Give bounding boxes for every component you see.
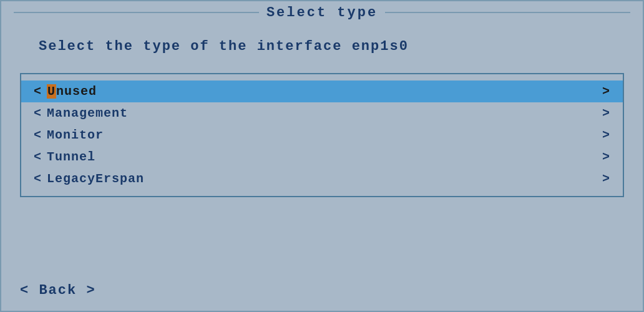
highlighted-char-unused: U — [47, 84, 56, 99]
back-label: < Back > — [20, 283, 96, 298]
title-bar: Select type — [1, 1, 643, 24]
item-label-monitor: Monitor — [47, 128, 602, 142]
page-title: Select type — [266, 5, 378, 21]
main-container: Select type Select the type of the inter… — [0, 0, 644, 312]
item-label-legacyerspan: LegacyErspan — [47, 172, 602, 186]
list-item-legacyerspan[interactable]: < LegacyErspan > — [21, 168, 623, 190]
list-item-unused[interactable]: < Unused > — [21, 80, 623, 102]
right-arrow-management: > — [602, 106, 610, 120]
right-arrow-monitor: > — [602, 128, 610, 142]
item-label-tunnel: Tunnel — [47, 150, 602, 164]
left-arrow-management: < — [34, 106, 42, 120]
back-button[interactable]: < Back > — [20, 283, 96, 298]
list-item-tunnel[interactable]: < Tunnel > — [21, 146, 623, 168]
title-line-right — [385, 12, 630, 13]
item-label-management: Management — [47, 106, 602, 120]
title-line-left — [14, 12, 259, 13]
right-arrow-unused: > — [602, 84, 610, 99]
item-label-unused: Unused — [47, 84, 602, 99]
list-item-monitor[interactable]: < Monitor > — [21, 124, 623, 146]
left-arrow-unused: < — [34, 84, 42, 99]
type-list: < Unused > < Management > < Monitor > < … — [20, 73, 624, 197]
right-arrow-legacyerspan: > — [602, 172, 610, 186]
right-arrow-tunnel: > — [602, 150, 610, 164]
left-arrow-monitor: < — [34, 128, 42, 142]
list-item-management[interactable]: < Management > — [21, 102, 623, 124]
subtitle-text: Select the type of the interface enp1s0 — [1, 39, 643, 54]
left-arrow-legacyerspan: < — [34, 172, 42, 186]
left-arrow-tunnel: < — [34, 150, 42, 164]
